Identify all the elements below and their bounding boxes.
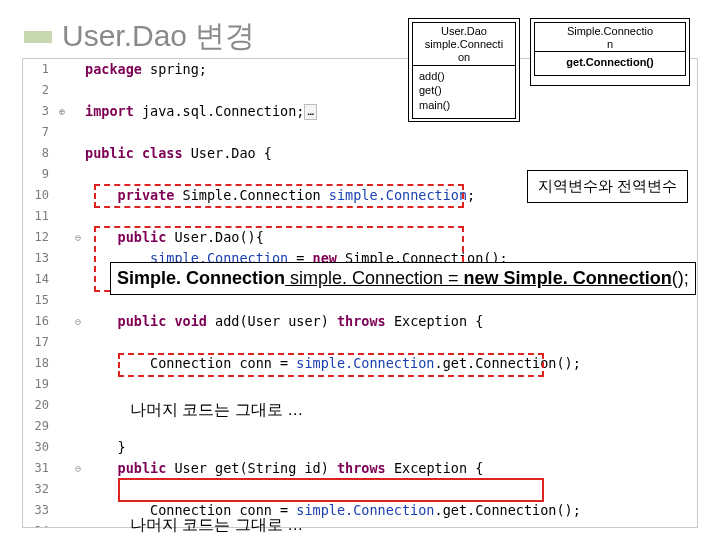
line-number: 34	[23, 521, 53, 528]
gutter-marker-icon	[53, 206, 71, 227]
gutter-marker-icon	[53, 185, 71, 206]
line-number: 1	[23, 59, 53, 80]
code-text: public class User.Dao {	[85, 143, 697, 164]
code-line: 32	[23, 479, 697, 500]
fold-toggle-icon	[71, 206, 85, 227]
fold-toggle-icon	[71, 395, 85, 416]
line-number: 16	[23, 311, 53, 332]
fold-toggle-icon	[71, 59, 85, 80]
code-text	[85, 122, 697, 143]
gutter-marker-icon	[53, 479, 71, 500]
inline-post: new Simple. Connection	[464, 268, 672, 288]
uml-userdao-name2: simple.Connecti	[413, 38, 515, 51]
uml-userdao-ops: add() get() main()	[413, 65, 515, 117]
gutter-marker-icon	[53, 290, 71, 311]
code-line: 18 Connection conn = simple.Connection.g…	[23, 353, 697, 374]
annotation-local-global: 지역변수와 전역변수	[527, 170, 688, 203]
gutter-marker-icon	[53, 59, 71, 80]
fold-toggle-icon	[71, 143, 85, 164]
line-number: 20	[23, 395, 53, 416]
annotation-inline-code: Simple. Connection simple. Connection = …	[110, 262, 696, 295]
line-number: 31	[23, 458, 53, 479]
uml-class-userdao: User.Dao simple.Connecti on add() get() …	[408, 18, 520, 122]
gutter-marker-icon	[53, 248, 71, 269]
fold-toggle-icon	[71, 185, 85, 206]
line-number: 30	[23, 437, 53, 458]
code-line: 29	[23, 416, 697, 437]
gutter-marker-icon	[53, 311, 71, 332]
gutter-marker-icon	[53, 332, 71, 353]
gutter-marker-icon	[53, 458, 71, 479]
line-number: 14	[23, 269, 53, 290]
code-line: 12⊖ public User.Dao(){	[23, 227, 697, 248]
line-number: 33	[23, 500, 53, 521]
gutter-marker-icon	[53, 143, 71, 164]
fold-toggle-icon	[71, 248, 85, 269]
note-rest-2: 나머지 코드는 그대로 …	[130, 515, 303, 536]
fold-toggle-icon	[71, 332, 85, 353]
fold-toggle-icon	[71, 479, 85, 500]
fold-toggle-icon	[71, 374, 85, 395]
fold-toggle-icon	[71, 122, 85, 143]
line-number: 18	[23, 353, 53, 374]
gutter-marker-icon	[53, 500, 71, 521]
fold-toggle-icon	[71, 101, 85, 122]
title-accent	[24, 31, 52, 43]
code-line: 31⊖ public User get(String id) throws Ex…	[23, 458, 697, 479]
code-text: }	[85, 437, 697, 458]
slide-title: User.Dao 변경	[24, 16, 255, 57]
code-line: 20	[23, 395, 697, 416]
title-text: User.Dao 변경	[62, 16, 255, 57]
code-line: 17	[23, 332, 697, 353]
code-line: 7	[23, 122, 697, 143]
gutter-marker-icon	[53, 416, 71, 437]
fold-toggle-icon	[71, 353, 85, 374]
inline-tail: ();	[672, 268, 689, 288]
code-line: 8public class User.Dao {	[23, 143, 697, 164]
line-number: 8	[23, 143, 53, 164]
gutter-marker-icon	[53, 353, 71, 374]
line-number: 7	[23, 122, 53, 143]
uml-class-simpleconnection: Simple.Connectio n get.Connection()	[530, 18, 690, 86]
line-number: 10	[23, 185, 53, 206]
gutter-marker-icon	[53, 521, 71, 528]
gutter-marker-icon	[53, 164, 71, 185]
line-number: 9	[23, 164, 53, 185]
line-number: 29	[23, 416, 53, 437]
gutter-marker-icon	[53, 122, 71, 143]
fold-toggle-icon: ⊖	[71, 458, 85, 479]
line-number: 19	[23, 374, 53, 395]
inline-pre: Simple. Connection	[117, 268, 285, 288]
code-text	[85, 374, 697, 395]
annotation-local-global-text: 지역변수와 전역변수	[538, 177, 677, 194]
code-text: public User get(String id) throws Except…	[85, 458, 697, 479]
gutter-marker-icon	[53, 269, 71, 290]
code-line: 19	[23, 374, 697, 395]
code-text: public User.Dao(){	[85, 227, 697, 248]
code-line: 16⊖ public void add(User user) throws Ex…	[23, 311, 697, 332]
line-number: 11	[23, 206, 53, 227]
gutter-marker-icon	[53, 395, 71, 416]
code-text: Connection conn = simple.Connection.get.…	[85, 353, 697, 374]
fold-toggle-icon	[71, 269, 85, 290]
line-number: 2	[23, 80, 53, 101]
code-text: public void add(User user) throws Except…	[85, 311, 697, 332]
code-line: 33 Connection conn = simple.Connection.g…	[23, 500, 697, 521]
fold-toggle-icon	[71, 521, 85, 528]
uml-userdao-name1: User.Dao	[413, 25, 515, 38]
gutter-marker-icon: ⊕	[53, 101, 71, 122]
uml-sc-ops: get.Connection()	[535, 51, 685, 73]
code-text	[85, 332, 697, 353]
fold-toggle-icon	[71, 290, 85, 311]
fold-toggle-icon: ⊖	[71, 311, 85, 332]
gutter-marker-icon	[53, 437, 71, 458]
fold-toggle-icon	[71, 164, 85, 185]
line-number: 3	[23, 101, 53, 122]
fold-toggle-icon	[71, 437, 85, 458]
code-line: 3⊕import java.sql.Connection;…	[23, 101, 697, 122]
gutter-marker-icon	[53, 227, 71, 248]
fold-toggle-icon	[71, 500, 85, 521]
gutter-marker-icon	[53, 374, 71, 395]
line-number: 13	[23, 248, 53, 269]
line-number: 32	[23, 479, 53, 500]
